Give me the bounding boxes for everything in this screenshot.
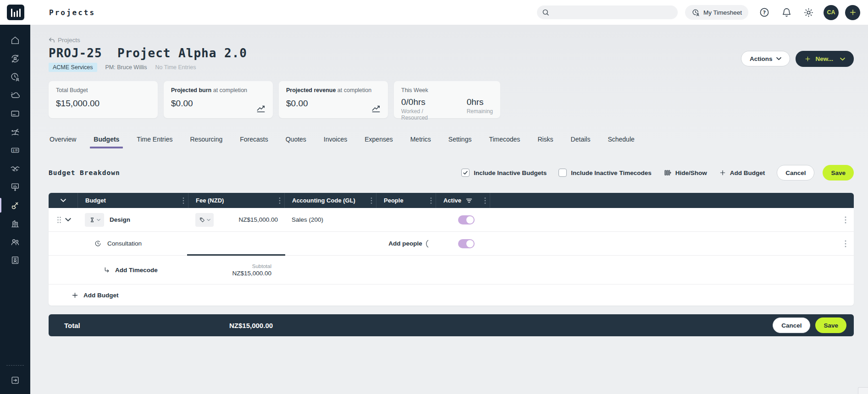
cancel-button[interactable]: Cancel: [777, 165, 814, 181]
tab-schedule[interactable]: Schedule: [607, 133, 635, 148]
timecode-fee-input[interactable]: [188, 232, 284, 255]
tab-expenses[interactable]: Expenses: [364, 133, 393, 148]
table-row-timecode-consultation: Consultation Add people: [49, 232, 854, 256]
stat-label: Total Budget: [56, 87, 150, 93]
breadcrumb[interactable]: Projects: [49, 25, 80, 44]
col-header-people[interactable]: People: [376, 193, 436, 208]
add-timecode-button[interactable]: Add Timecode: [77, 256, 188, 284]
people-cell[interactable]: [376, 208, 436, 231]
sidebar-item-resourcing[interactable]: [0, 49, 30, 68]
global-search[interactable]: [537, 5, 678, 19]
filter-icon[interactable]: [466, 198, 472, 203]
chevron-down-icon: [97, 219, 100, 221]
quick-add-button[interactable]: [845, 5, 860, 20]
budget-name[interactable]: Design: [110, 216, 130, 223]
col-header-accounting-code[interactable]: Accounting Code (GL): [284, 193, 376, 208]
save-button[interactable]: Save: [823, 165, 854, 181]
sidebar-collapse-button[interactable]: [0, 371, 30, 389]
help-button[interactable]: ?: [758, 6, 770, 18]
handshake-icon: [10, 164, 20, 174]
tab-metrics[interactable]: Metrics: [409, 133, 432, 148]
sidebar-item-expenses[interactable]: $: [0, 141, 30, 159]
timesheet-clock-icon: [691, 8, 700, 17]
budget-fee-value[interactable]: NZ$15,000.00: [238, 216, 278, 223]
column-menu-icon[interactable]: [484, 197, 486, 204]
checkbox-unchecked: [558, 169, 567, 177]
sidebar-item-reports[interactable]: [0, 178, 30, 196]
forecast-cloud-icon: [10, 90, 20, 100]
tab-time-entries[interactable]: Time Entries: [136, 133, 173, 148]
actions-button[interactable]: Actions: [741, 51, 791, 66]
sidebar-item-timesheets[interactable]: [0, 68, 30, 86]
sidebar-item-forecasts[interactable]: [0, 86, 30, 104]
sidebar-item-leave[interactable]: [0, 123, 30, 141]
drag-handle-icon[interactable]: [57, 216, 61, 224]
sidebar-item-invoices[interactable]: [0, 104, 30, 123]
tab-settings[interactable]: Settings: [448, 133, 473, 148]
row-menu-icon[interactable]: [845, 240, 846, 248]
tab-forecasts[interactable]: Forecasts: [239, 133, 269, 148]
cancel-button-bottom[interactable]: Cancel: [773, 317, 810, 333]
add-budget-row-button[interactable]: Add Budget: [49, 284, 854, 306]
budget-type-selector[interactable]: [85, 213, 104, 227]
corner-widget[interactable]: [858, 387, 868, 394]
tab-overview[interactable]: Overview: [49, 133, 77, 148]
home-icon: [10, 35, 20, 45]
save-button-bottom[interactable]: Save: [815, 317, 846, 333]
sidebar-item-contacts[interactable]: [0, 251, 30, 269]
tab-budgets[interactable]: Budgets: [93, 133, 120, 148]
include-inactive-timecodes-checkbox[interactable]: Include Inactive Timecodes: [558, 169, 651, 177]
project-title: PROJ-25 Project Alpha 2.0: [49, 46, 247, 60]
tab-risks[interactable]: Risks: [536, 133, 554, 148]
add-people-button[interactable]: Add people: [388, 240, 422, 247]
include-inactive-budgets-checkbox[interactable]: Include Inactive Budgets: [461, 169, 547, 177]
back-arrow-icon: [49, 37, 55, 43]
new-button[interactable]: New...: [796, 51, 854, 67]
accounting-code-value[interactable]: Sales (200): [292, 216, 323, 223]
col-header-active[interactable]: Active: [436, 193, 490, 208]
chevron-down-icon[interactable]: [65, 218, 71, 222]
svg-text:$: $: [12, 148, 15, 153]
checkbox-checked: [461, 169, 470, 177]
tab-quotes[interactable]: Quotes: [285, 133, 307, 148]
column-menu-icon[interactable]: [279, 197, 281, 204]
project-tabs: Overview Budgets Time Entries Resourcing…: [49, 133, 854, 148]
total-value: NZ$15,000.00: [229, 322, 273, 329]
hide-show-columns-button[interactable]: Hide/Show: [663, 169, 707, 177]
column-menu-icon[interactable]: [370, 197, 372, 204]
sidebar-item-organisations[interactable]: [0, 214, 30, 233]
active-toggle-on[interactable]: [458, 215, 475, 224]
sidebar-item-home[interactable]: [0, 31, 30, 49]
client-badge[interactable]: ACME Services: [49, 63, 97, 72]
col-header-fee[interactable]: Fee (NZD): [188, 193, 284, 208]
add-budget-toolbar-button[interactable]: Add Budget: [719, 169, 765, 176]
trend-chart-icon[interactable]: [256, 103, 266, 114]
clock-icon: [94, 240, 102, 247]
tab-resourcing[interactable]: Resourcing: [189, 133, 223, 148]
column-menu-icon[interactable]: [430, 197, 432, 204]
budget-table: Budget Fee (NZD) Accounting Code (GL) Pe…: [49, 193, 854, 306]
tab-invoices[interactable]: Invoices: [323, 133, 348, 148]
column-menu-icon[interactable]: [182, 197, 184, 204]
row-menu-icon[interactable]: [845, 216, 846, 224]
avatar[interactable]: CA: [824, 5, 839, 20]
tab-details[interactable]: Details: [570, 133, 592, 148]
app-logo[interactable]: [7, 5, 24, 20]
resourcing-icon: [10, 54, 20, 64]
sidebar-item-people[interactable]: [0, 233, 30, 251]
fee-tag-selector[interactable]: [195, 213, 214, 227]
tab-timecodes[interactable]: Timecodes: [488, 133, 521, 148]
expand-all-header[interactable]: [49, 193, 77, 208]
sidebar-item-partners[interactable]: [0, 159, 30, 178]
trend-chart-icon[interactable]: [371, 103, 381, 114]
columns-icon: [663, 169, 672, 177]
collapse-arrow-icon: [10, 375, 20, 385]
settings-button[interactable]: [802, 6, 814, 18]
my-timesheet-button[interactable]: My Timesheet: [685, 5, 748, 20]
active-toggle-on[interactable]: [458, 239, 475, 248]
timecode-name[interactable]: Consultation: [107, 240, 142, 247]
sidebar-item-projects[interactable]: [0, 196, 30, 214]
search-input[interactable]: [553, 9, 673, 16]
notifications-button[interactable]: [780, 6, 792, 18]
col-header-budget[interactable]: Budget: [77, 193, 188, 208]
